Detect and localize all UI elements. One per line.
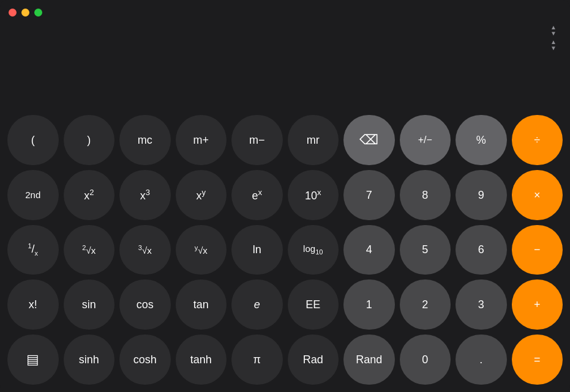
key-7[interactable]: 7 <box>343 170 395 220</box>
secondary-unit-stepper[interactable]: ▲ ▼ <box>550 39 557 51</box>
key-label: mr <box>307 135 320 146</box>
key-x[interactable]: xy <box>176 170 227 220</box>
key-sin[interactable]: sin <box>64 279 115 330</box>
key-cos[interactable]: cos <box>119 279 171 330</box>
key-row-0: ()mcm+m−mr⌫+/−%÷ <box>7 115 563 165</box>
key-[interactable]: % <box>456 115 507 165</box>
key-9[interactable]: 9 <box>456 170 507 220</box>
key-2nd[interactable]: 2nd <box>7 170 59 220</box>
key-ln[interactable]: ln <box>231 225 283 275</box>
key-label: 2 <box>422 299 428 310</box>
key-label: m+ <box>193 135 209 146</box>
key-label: tanh <box>190 354 212 365</box>
key-[interactable]: − <box>512 225 563 275</box>
key-[interactable]: π <box>231 335 283 385</box>
key-label: log10 <box>303 244 323 256</box>
key-label: sin <box>82 299 96 310</box>
key-e[interactable]: ex <box>231 170 283 220</box>
key-[interactable]: × <box>512 170 563 220</box>
key-label: ÷ <box>534 135 540 146</box>
traffic-lights <box>9 9 42 17</box>
key-label: ex <box>252 188 262 201</box>
key-label: = <box>534 354 541 365</box>
key-label: − <box>534 244 541 255</box>
key-[interactable]: + <box>512 279 563 330</box>
key-Rand[interactable]: Rand <box>343 335 395 385</box>
key-label: 2nd <box>25 190 40 199</box>
key-m[interactable]: m+ <box>176 115 227 165</box>
maximize-button[interactable] <box>34 9 42 17</box>
key-mr[interactable]: mr <box>288 115 339 165</box>
key-row-3: x!sincostaneEE123+ <box>7 279 563 330</box>
key-label: e <box>254 299 260 310</box>
key-8[interactable]: 8 <box>400 170 451 220</box>
display-area: ▲ ▼ ▲ ▼ <box>0 24 570 110</box>
key-[interactable]: ( <box>7 115 59 165</box>
key-tanh[interactable]: tanh <box>176 335 227 385</box>
key-e[interactable]: e <box>231 279 283 330</box>
key-x[interactable]: x3 <box>119 170 171 220</box>
key-tan[interactable]: tan <box>176 279 227 330</box>
key-row-1: 2ndx2x3xyex10x789× <box>7 170 563 220</box>
key-label: 3 <box>478 299 484 310</box>
key-label: 2√x <box>82 245 96 255</box>
key-label: . <box>479 354 482 365</box>
key-x[interactable]: x! <box>7 279 59 330</box>
key-4[interactable]: 4 <box>343 225 395 275</box>
key-3[interactable]: 3 <box>456 279 507 330</box>
key-5[interactable]: 5 <box>400 225 451 275</box>
key-x[interactable]: y√x <box>176 225 227 275</box>
key-label: ⌫ <box>359 133 378 147</box>
key-x[interactable]: 2√x <box>64 225 115 275</box>
key-sinh[interactable]: sinh <box>64 335 115 385</box>
key-cosh[interactable]: cosh <box>119 335 171 385</box>
key-Rad[interactable]: Rad <box>288 335 339 385</box>
key-label: sinh <box>79 354 99 365</box>
key-label: Rand <box>356 354 382 365</box>
key-[interactable]: ÷ <box>512 115 563 165</box>
key-x[interactable]: x2 <box>64 170 115 220</box>
key-[interactable]: . <box>456 335 507 385</box>
key-row-2: 1/x2√x3√xy√xlnlog10456− <box>7 225 563 275</box>
key-[interactable]: +/− <box>400 115 451 165</box>
key-label: +/− <box>418 135 432 145</box>
titlebar <box>0 0 570 24</box>
key-label: tan <box>193 299 209 310</box>
key-label: 0 <box>422 354 428 365</box>
key-6[interactable]: 6 <box>456 225 507 275</box>
key-label: 1 <box>366 299 372 310</box>
key-0[interactable]: 0 <box>400 335 451 385</box>
key-label: 1/x <box>28 243 38 257</box>
key-[interactable]: ) <box>64 115 115 165</box>
key-label: 10x <box>305 188 321 201</box>
primary-unit-stepper[interactable]: ▲ ▼ <box>550 24 557 37</box>
key-label: 5 <box>422 244 428 255</box>
key-[interactable]: = <box>512 335 563 385</box>
key-label: cos <box>137 299 154 310</box>
key-1[interactable]: 1 <box>343 279 395 330</box>
key-label: ▤ <box>26 353 39 366</box>
key-m[interactable]: m− <box>231 115 283 165</box>
key-label: x! <box>29 299 37 310</box>
key-mc[interactable]: mc <box>119 115 171 165</box>
calculator-window: ▲ ▼ ▲ ▼ ()mcm+m−mr⌫+/−%÷2ndx2x3xyex10x78… <box>0 0 570 392</box>
key-label: ln <box>253 244 261 255</box>
key-label: EE <box>306 299 320 310</box>
key-label: 8 <box>422 190 428 201</box>
key-x[interactable]: 1/x <box>7 225 59 275</box>
key-label: x3 <box>140 188 150 201</box>
key-2[interactable]: 2 <box>400 279 451 330</box>
key-calculator-icon[interactable]: ▤ <box>7 335 59 385</box>
key-EE[interactable]: EE <box>288 279 339 330</box>
key-label: cosh <box>133 354 157 365</box>
key-label: ( <box>31 135 35 146</box>
key-10[interactable]: 10x <box>288 170 339 220</box>
key-label: Rad <box>303 354 323 365</box>
minimize-button[interactable] <box>21 9 29 17</box>
key-x[interactable]: 3√x <box>119 225 171 275</box>
key-log[interactable]: log10 <box>288 225 339 275</box>
key-label: 7 <box>366 190 372 201</box>
keypad: ()mcm+m−mr⌫+/−%÷2ndx2x3xyex10x789×1/x2√x… <box>0 110 570 392</box>
close-button[interactable] <box>9 9 17 17</box>
key-backspace[interactable]: ⌫ <box>343 115 395 165</box>
